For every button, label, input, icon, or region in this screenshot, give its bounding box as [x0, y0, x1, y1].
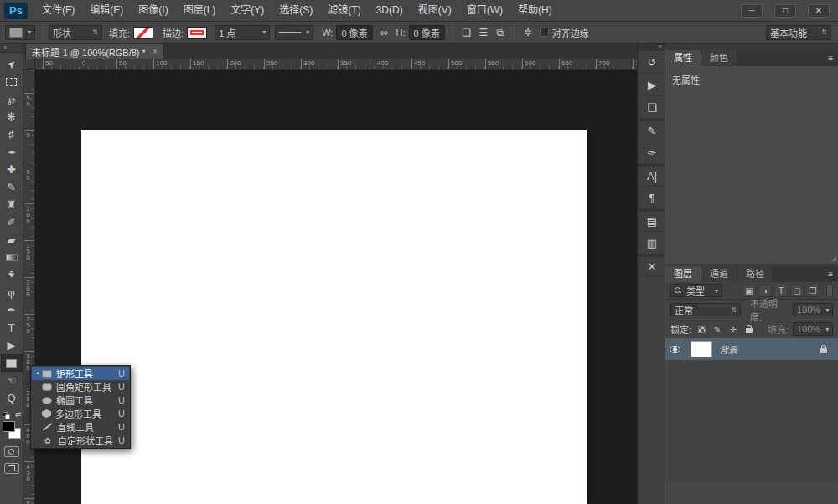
pen-tool[interactable]: ✒ [1, 301, 23, 319]
menu-item-custom-shape-tool[interactable]: 自定形状工具 U [32, 434, 129, 447]
filter-shape-layers-icon[interactable]: ▢ [790, 285, 804, 297]
layer-visibility-toggle[interactable] [665, 338, 685, 360]
ruler-origin-corner[interactable] [23, 59, 35, 70]
menu-item[interactable]: 编辑(E) [82, 0, 131, 21]
menu-item[interactable]: 图层(L) [176, 0, 224, 21]
horizontal-ruler[interactable]: 5005010015020025030035040045050055060065… [23, 59, 637, 70]
tool-presets-panel-icon[interactable]: ✕ [638, 255, 666, 277]
filter-adjustment-layers-icon[interactable]: ◑ [758, 285, 772, 297]
menu-item[interactable]: 窗口(W) [459, 0, 510, 21]
fill-input[interactable]: 100% ▾ [793, 322, 833, 336]
clone-stamp-tool[interactable]: ♜ [1, 196, 23, 213]
actions-panel-icon[interactable]: ▶ [638, 74, 666, 96]
link-dimensions-icon[interactable]: ∞ [376, 25, 393, 40]
move-tool[interactable]: ➤ [1, 55, 23, 73]
menu-item-polygon-tool[interactable]: 多边形工具 U [32, 407, 129, 420]
rectangular-marquee-tool[interactable] [1, 73, 23, 90]
menu-item[interactable]: 文件(F) [34, 0, 82, 21]
menu-item[interactable]: 3D(D) [369, 0, 411, 21]
path-operations-icon[interactable]: ❑ [458, 25, 475, 40]
fill-swatch[interactable] [133, 27, 153, 39]
layer-row[interactable]: 背景 [665, 338, 838, 360]
stroke-swatch[interactable] [187, 27, 207, 39]
clone-source-panel-icon[interactable]: ❏ [638, 96, 666, 119]
notes-panel-icon[interactable]: ▥ [638, 232, 666, 255]
layer-thumbnail[interactable] [691, 341, 712, 357]
default-colors-icon[interactable] [3, 412, 10, 419]
panel-menu-icon[interactable]: ≡ [823, 50, 838, 66]
quick-mask-button[interactable] [4, 446, 19, 457]
filter-toggle-switch[interactable] [826, 285, 833, 296]
canvas[interactable] [81, 130, 587, 504]
filter-smart-objects-icon[interactable]: ❐ [806, 285, 820, 297]
crop-tool[interactable]: ♯ [1, 126, 23, 143]
lock-transparent-pixels-icon[interactable] [696, 323, 707, 335]
quick-selection-tool[interactable]: ❋ [1, 108, 23, 126]
eyedropper-tool[interactable]: ✒ [1, 143, 23, 161]
shape-width-input[interactable]: 0 像素 [336, 25, 372, 40]
menu-item[interactable]: 文字(Y) [223, 0, 272, 21]
stroke-type-select[interactable]: ▾ [275, 25, 313, 40]
menu-item-ellipse-tool[interactable]: 椭圆工具 U [32, 393, 129, 407]
panel-menu-icon[interactable]: ≡ [823, 266, 838, 282]
foreground-color-swatch[interactable] [3, 421, 15, 432]
menu-item[interactable]: 滤镜(T) [320, 0, 368, 21]
tool-mode-select[interactable]: 形状 ⇅ [49, 25, 102, 40]
tab-paths[interactable]: 路径 [737, 266, 773, 282]
history-panel-icon[interactable]: ↺ [638, 51, 666, 74]
brush-presets-panel-icon[interactable]: ✑ [638, 141, 666, 164]
menu-item[interactable]: 图像(I) [131, 0, 175, 21]
menu-item[interactable]: 视图(V) [411, 0, 459, 21]
menu-item-rounded-rectangle-tool[interactable]: 圆角矩形工具 U [32, 380, 129, 393]
close-button[interactable]: ✕ [808, 4, 830, 18]
menu-item[interactable]: 选择(S) [272, 0, 320, 21]
minimize-button[interactable]: ─ [741, 4, 763, 18]
path-alignment-icon[interactable]: ☰ [475, 25, 492, 40]
spot-healing-brush-tool[interactable]: ✚ [1, 161, 23, 178]
brush-panel-icon[interactable]: ✎ [638, 119, 666, 141]
align-edges-checkbox[interactable] [540, 28, 549, 37]
menu-item-line-tool[interactable]: 直线工具 U [32, 420, 129, 434]
eraser-tool[interactable]: ▰ [1, 231, 23, 249]
brush-tool[interactable]: ✎ [1, 178, 23, 196]
lasso-tool[interactable]: ℘ [1, 90, 23, 108]
gear-icon[interactable]: ✲ [520, 25, 536, 40]
maximize-button[interactable]: □ [774, 4, 796, 18]
lock-image-pixels-icon[interactable]: ✎ [711, 323, 723, 335]
path-arrangement-icon[interactable]: ⧉ [492, 25, 509, 40]
paragraph-panel-icon[interactable]: ¶ [638, 187, 666, 209]
screen-mode-button[interactable] [4, 463, 19, 474]
path-selection-tool[interactable]: ▶ [1, 337, 23, 354]
history-brush-tool[interactable]: ✐ [1, 213, 23, 231]
filter-type-layers-icon[interactable]: T [774, 285, 788, 297]
menu-item[interactable]: 帮助(H) [510, 0, 560, 21]
tab-color[interactable]: 颜色 [701, 50, 737, 66]
tool-preset-picker[interactable]: ▾ [5, 25, 35, 40]
panel-resize-grip[interactable]: ◢ [831, 255, 836, 262]
expand-dock-button[interactable]: « [638, 44, 665, 51]
toolbar-collapse-button[interactable]: » [0, 44, 23, 53]
close-tab-icon[interactable]: × [153, 47, 158, 56]
shape-height-input[interactable]: 0 像素 [409, 25, 445, 40]
lock-all-icon[interactable] [743, 323, 755, 335]
rectangle-tool[interactable] [1, 354, 23, 372]
filter-pixel-layers-icon[interactable]: ▣ [742, 285, 756, 297]
blend-mode-select[interactable]: 正常 ⇅ [670, 303, 741, 316]
document-tab[interactable]: 未标题-1 @ 100%(RGB/8) * × [25, 44, 164, 59]
menu-item-rectangle-tool[interactable]: • 矩形工具 U [32, 367, 129, 380]
layer-comps-panel-icon[interactable]: ▤ [638, 209, 666, 232]
zoom-tool[interactable]: Q [1, 389, 23, 407]
opacity-input[interactable]: 100% ▾ [793, 303, 833, 316]
stroke-width-select[interactable]: 1 点 ▾ [215, 25, 270, 40]
lock-position-icon[interactable]: ✛ [727, 323, 739, 335]
hand-tool[interactable]: ☜ [1, 372, 23, 389]
workspace-switcher[interactable]: 基本功能 ⇅ [766, 25, 831, 40]
tab-properties[interactable]: 属性 [665, 50, 701, 66]
gradient-tool[interactable] [1, 249, 23, 266]
tab-layers[interactable]: 图层 [665, 266, 701, 282]
swap-colors-icon[interactable]: ⇄ [15, 410, 22, 419]
layer-filter-type-select[interactable]: 类型 ▾ [670, 284, 722, 297]
tab-channels[interactable]: 通道 [701, 266, 737, 282]
type-tool[interactable]: T [1, 319, 23, 337]
character-panel-icon[interactable]: A| [638, 164, 666, 187]
